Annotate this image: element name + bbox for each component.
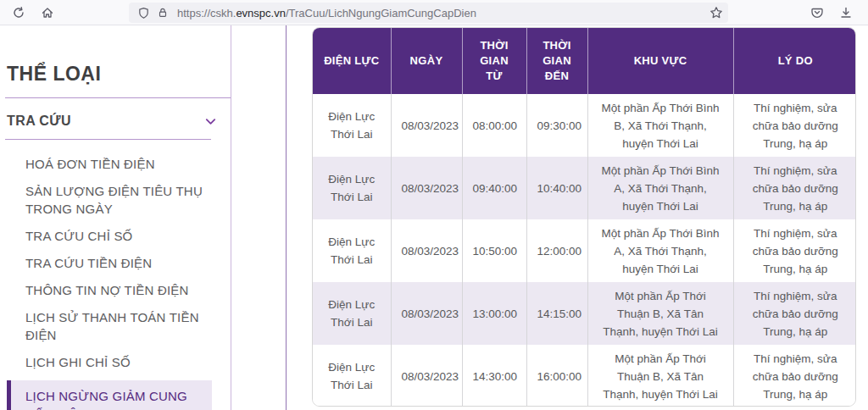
table-cell: 12:00:00 — [526, 219, 587, 282]
url-domain: evnspc.vn — [236, 7, 286, 19]
sidebar-item[interactable]: TRA CỨU CHỈ SỐ — [25, 227, 214, 245]
url-subdomain: cskh. — [210, 7, 236, 19]
table-cell: 14:15:00 — [526, 282, 587, 345]
table-cell: Một phần Ấp Thới Bình A, Xã Thới Thạnh, … — [587, 157, 733, 219]
table-cell: 08/03/2023 — [391, 282, 462, 345]
lock-icon[interactable] — [157, 7, 169, 19]
table-cell: Điện Lực Thới Lai — [313, 219, 391, 282]
table-header-cell: THỜI GIAN ĐẾN — [526, 28, 587, 94]
table-cell: Thí nghiệm, sửa chữa bảo dưỡng Trung, hạ… — [733, 345, 856, 407]
divider — [5, 97, 231, 98]
table-cell: Điện Lực Thới Lai — [313, 282, 391, 345]
table-row: Điện Lực Thới Lai08/03/202309:40:0010:40… — [313, 157, 856, 219]
table-cell: 08:00:00 — [462, 94, 526, 157]
url-bar[interactable]: https://cskh.evnspc.vn/TraCuu/LichNgungG… — [129, 3, 728, 23]
table-cell: 08/03/2023 — [391, 157, 462, 219]
table-cell: 08/03/2023 — [391, 345, 462, 407]
sidebar-item[interactable]: LỊCH SỬ THANH TOÁN TIỀN ĐIỆN — [25, 308, 214, 344]
table-cell: Điện Lực Thới Lai — [313, 94, 391, 157]
sidebar-item[interactable]: THÔNG TIN NỢ TIỀN ĐIỆN — [25, 281, 214, 299]
home-button[interactable] — [36, 2, 59, 24]
table-header-cell: LÝ DO — [733, 28, 856, 94]
download-icon — [839, 6, 853, 19]
sidebar-item[interactable]: SẢN LƯỢNG ĐIỆN TIÊU THỤ TRONG NGÀY — [25, 182, 214, 218]
home-icon — [41, 6, 54, 19]
table-cell: Điện Lực Thới Lai — [313, 157, 391, 219]
table-cell: 14:30:00 — [462, 345, 526, 407]
browser-toolbar: https://cskh.evnspc.vn/TraCuu/LichNgungG… — [0, 0, 868, 25]
sidebar-item[interactable]: TRA CỨU TIỀN ĐIỆN — [25, 254, 214, 272]
sidebar-item-active[interactable]: LỊCH NGỪNG GIẢM CUNG CẤP ĐIỆN — [7, 380, 212, 410]
table-cell: 10:40:00 — [526, 157, 587, 219]
bookmark-star-button[interactable] — [709, 6, 723, 19]
table-cell: 10:50:00 — [462, 219, 526, 282]
sidebar-menu: HOÁ ĐƠN TIỀN ĐIỆNSẢN LƯỢNG ĐIỆN TIÊU THỤ… — [0, 155, 231, 410]
panel-divider — [286, 25, 287, 410]
url-prefix: https:// — [177, 7, 210, 19]
table-cell: Điện Lực Thới Lai — [313, 345, 391, 407]
table-cell: Một phần Ấp Thới Bình A, Xã Thới Thạnh, … — [587, 219, 733, 282]
star-icon — [709, 6, 723, 19]
table-cell: 16:00:00 — [526, 345, 587, 407]
download-button[interactable] — [834, 2, 858, 24]
table-cell: 08/03/2023 — [391, 94, 462, 157]
table-row: Điện Lực Thới Lai08/03/202310:50:0012:00… — [313, 219, 856, 282]
pocket-button[interactable] — [805, 2, 829, 24]
table-cell: Một phần Ấp Thới Thuận B, Xã Tân Thạnh, … — [587, 345, 733, 407]
category-sidebar: THỂ LOẠI TRA CỨU HOÁ ĐƠN TIỀN ĐIỆNSẢN LƯ… — [0, 25, 231, 410]
table-row: Điện Lực Thới Lai08/03/202308:00:0009:30… — [313, 94, 856, 157]
divider — [5, 139, 211, 140]
url-text: https://cskh.evnspc.vn/TraCuu/LichNgungG… — [177, 7, 709, 19]
table-row: Điện Lực Thới Lai08/03/202313:00:0014:15… — [313, 282, 856, 345]
table-header-cell: KHU VỰC — [587, 28, 733, 94]
table-cell: Thí nghiệm, sửa chữa bảo dưỡng Trung, hạ… — [733, 282, 856, 345]
url-path: /TraCuu/LichNgungGiamCungCapDien — [286, 7, 476, 19]
shield-icon[interactable] — [137, 7, 150, 19]
sidebar-item[interactable]: LỊCH GHI CHỈ SỐ — [25, 353, 214, 371]
chevron-down-icon — [204, 115, 217, 128]
table-cell: Thí nghiệm, sửa chữa bảo dưỡng Trung, hạ… — [733, 219, 856, 282]
table-header-cell: NGÀY — [391, 28, 462, 94]
table-cell: Một phần Ấp Thới Thuận B, Xã Tân Thạnh, … — [587, 282, 733, 345]
pocket-icon — [810, 6, 824, 19]
table-cell: Thí nghiệm, sửa chữa bảo dưỡng Trung, hạ… — [733, 94, 856, 157]
table-row: Điện Lực Thới Lai08/03/202314:30:0016:00… — [313, 345, 856, 407]
section-label: TRA CỨU — [7, 114, 71, 129]
sidebar-item[interactable]: HOÁ ĐƠN TIỀN ĐIỆN — [25, 155, 214, 173]
sidebar-section-tra-cuu[interactable]: TRA CỨU — [7, 114, 217, 129]
table-cell: Thí nghiệm, sửa chữa bảo dưỡng Trung, hạ… — [733, 157, 856, 219]
table-cell: 09:40:00 — [462, 157, 526, 219]
outage-schedule-table: ĐIỆN LỰCNGÀYTHỜI GIAN TỪTHỜI GIAN ĐẾNKHU… — [312, 27, 856, 407]
table-cell: Một phần Ấp Thới Bình B, Xã Thới Thạnh, … — [587, 94, 733, 157]
table-header-row: ĐIỆN LỰCNGÀYTHỜI GIAN TỪTHỜI GIAN ĐẾNKHU… — [313, 28, 856, 94]
table-cell: 09:30:00 — [526, 94, 587, 157]
reload-icon — [12, 6, 25, 19]
table-header-cell: ĐIỆN LỰC — [313, 28, 391, 94]
table-header-cell: THỜI GIAN TỪ — [462, 28, 526, 94]
table-cell: 13:00:00 — [462, 282, 526, 345]
sidebar-title: THỂ LOẠI — [7, 63, 231, 86]
table-cell: 08/03/2023 — [391, 219, 462, 282]
reload-button[interactable] — [7, 2, 31, 24]
